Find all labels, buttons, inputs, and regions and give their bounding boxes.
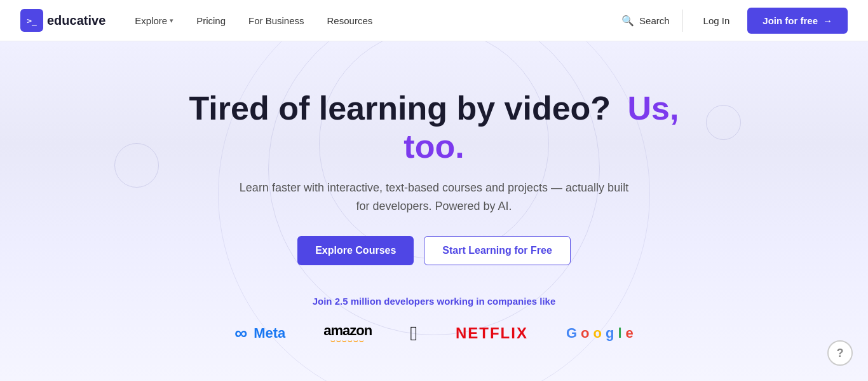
meta-logo: ∞ Meta: [234, 323, 285, 343]
deco-circle-left: [114, 143, 159, 188]
start-learning-button[interactable]: Start Learning for Free: [424, 236, 570, 265]
nav-pricing[interactable]: Pricing: [187, 10, 234, 31]
hero-content: Tired of learning by video? Us, too. Lea…: [180, 90, 688, 295]
deco-circle-right: [706, 105, 741, 140]
logo-icon: >_: [20, 9, 43, 32]
nav-explore-label: Explore: [135, 15, 167, 26]
arrow-icon: →: [823, 15, 832, 26]
login-button[interactable]: Log In: [693, 10, 740, 31]
nav-for-business[interactable]: For Business: [240, 10, 313, 31]
nav-links: Explore ▾ Pricing For Business Resources: [126, 10, 611, 31]
join-button[interactable]: Join for free →: [747, 8, 848, 34]
companies-section: Join 2.5 million developers working in c…: [234, 296, 634, 345]
apple-logo: : [410, 322, 417, 345]
logo[interactable]: >_ educative: [20, 9, 105, 32]
login-label: Log In: [703, 15, 730, 26]
apple-icon: : [410, 322, 417, 345]
hero-title-part1: Tired of learning by video?: [189, 90, 611, 127]
nav-explore[interactable]: Explore ▾: [126, 10, 182, 31]
companies-suffix: developers working in companies like: [384, 296, 555, 307]
logo-symbol: >_: [27, 16, 37, 25]
hero-buttons: Explore Courses Start Learning for Free: [180, 236, 688, 265]
nav-resources-label: Resources: [327, 15, 373, 26]
companies-label: Join 2.5 million developers working in c…: [234, 296, 634, 307]
search-label: Search: [639, 15, 670, 26]
logo-text: educative: [47, 13, 105, 28]
amazon-smile-icon: ⌣⌣⌣⌣⌣⌣: [330, 336, 365, 345]
hero-title: Tired of learning by video? Us, too.: [180, 90, 688, 166]
search-icon: 🔍: [621, 15, 634, 27]
hero-section: Tired of learning by video? Us, too. Lea…: [0, 41, 868, 381]
nav-right: 🔍 Search Log In Join for free →: [611, 8, 848, 34]
join-label: Join for free: [763, 15, 818, 26]
netflix-logo: NETFLIX: [456, 324, 528, 342]
hero-subtitle: Learn faster with interactive, text-base…: [237, 179, 631, 216]
companies-logos: ∞ Meta amazon ⌣⌣⌣⌣⌣⌣  NETFLIX Google: [234, 322, 634, 345]
explore-courses-button[interactable]: Explore Courses: [297, 236, 414, 265]
nav-pricing-label: Pricing: [196, 15, 226, 26]
help-button[interactable]: ?: [827, 340, 853, 366]
chevron-down-icon: ▾: [170, 17, 173, 25]
navbar: >_ educative Explore ▾ Pricing For Busin…: [0, 0, 868, 41]
help-icon: ?: [837, 347, 844, 360]
google-logo: Google: [566, 325, 634, 342]
meta-infinity-icon: ∞: [234, 323, 247, 343]
companies-count: 2.5 million: [335, 296, 384, 307]
nav-for-business-label: For Business: [248, 15, 304, 26]
companies-prefix: Join: [313, 296, 332, 307]
amazon-logo: amazon ⌣⌣⌣⌣⌣⌣: [323, 322, 372, 345]
search-button[interactable]: 🔍 Search: [611, 10, 683, 32]
nav-resources[interactable]: Resources: [318, 10, 382, 31]
